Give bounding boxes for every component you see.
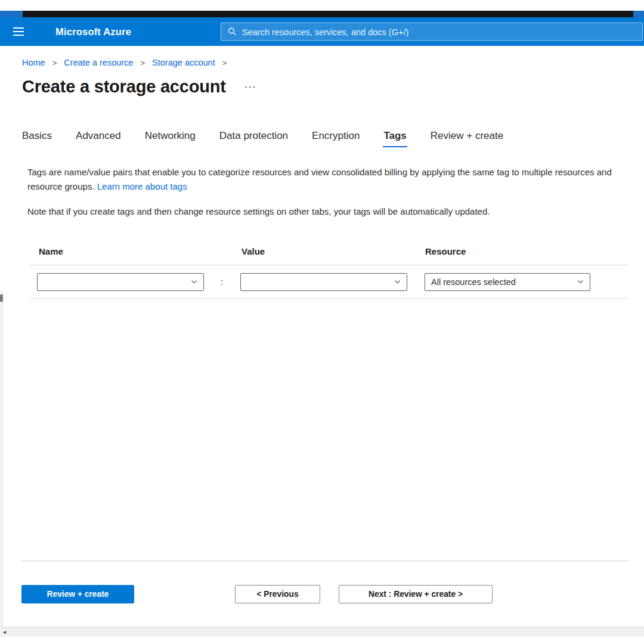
global-search[interactable] bbox=[221, 23, 643, 41]
title-row: Create a storage account ··· bbox=[22, 77, 644, 97]
scroll-left-icon[interactable]: ◄ bbox=[2, 629, 7, 635]
breadcrumb: Home > Create a resource > Storage accou… bbox=[22, 58, 644, 67]
column-name: Name bbox=[39, 246, 242, 256]
chrome-right-accent bbox=[633, 11, 644, 17]
horizontal-scrollbar[interactable]: ◄ bbox=[0, 627, 644, 637]
footer-divider bbox=[21, 561, 629, 561]
tab-advanced[interactable]: Advanced bbox=[76, 130, 121, 147]
chevron-down-icon bbox=[394, 278, 401, 286]
tab-basics[interactable]: Basics bbox=[22, 130, 52, 147]
tag-resource-dropdown[interactable]: All resources selected bbox=[425, 273, 590, 291]
tab-tags[interactable]: Tags bbox=[383, 130, 406, 147]
tab-networking[interactable]: Networking bbox=[145, 130, 196, 147]
tag-row: : All resources selected bbox=[30, 265, 629, 299]
review-create-button[interactable]: Review + create bbox=[21, 585, 134, 603]
left-scrollbar[interactable] bbox=[0, 291, 3, 627]
tags-note: Note that if you create tags and then ch… bbox=[27, 205, 620, 219]
breadcrumb-create-a-resource[interactable]: Create a resource bbox=[64, 58, 133, 67]
previous-button[interactable]: < Previous bbox=[235, 585, 320, 603]
tab-encryption[interactable]: Encryption bbox=[312, 130, 360, 147]
azure-top-bar: Microsoft Azure bbox=[0, 17, 644, 46]
tag-value-dropdown[interactable] bbox=[240, 273, 407, 291]
name-value-separator: : bbox=[217, 277, 227, 287]
breadcrumb-home[interactable]: Home bbox=[22, 58, 45, 67]
tab-bar: Basics Advanced Networking Data protecti… bbox=[22, 130, 644, 147]
tags-table: Name Value Resource : All resources sele… bbox=[30, 246, 629, 299]
chevron-down-icon bbox=[577, 278, 584, 286]
azure-brand[interactable]: Microsoft Azure bbox=[55, 26, 131, 38]
tags-description: Tags are name/value pairs that enable yo… bbox=[27, 165, 620, 194]
breadcrumb-storage-account[interactable]: Storage account bbox=[152, 58, 215, 67]
left-scrollbar-thumb[interactable] bbox=[0, 295, 3, 302]
tag-resource-value: All resources selected bbox=[431, 277, 516, 287]
tab-data-protection[interactable]: Data protection bbox=[219, 130, 288, 147]
chrome-middle bbox=[23, 11, 633, 17]
breadcrumb-separator-icon: > bbox=[222, 58, 227, 67]
search-input[interactable] bbox=[242, 27, 642, 36]
column-resource: Resource bbox=[425, 246, 544, 256]
column-value: Value bbox=[242, 246, 425, 256]
next-button[interactable]: Next : Review + create > bbox=[339, 585, 493, 603]
breadcrumb-separator-icon: > bbox=[140, 58, 145, 67]
breadcrumb-separator-icon: > bbox=[52, 58, 57, 67]
hamburger-menu-icon[interactable] bbox=[13, 25, 24, 38]
tag-name-dropdown[interactable] bbox=[37, 273, 204, 291]
page-title: Create a storage account bbox=[22, 77, 226, 97]
table-header: Name Value Resource bbox=[30, 246, 629, 265]
chrome-left-accent bbox=[0, 11, 23, 17]
chevron-down-icon bbox=[190, 278, 198, 286]
browser-chrome-bar bbox=[0, 11, 644, 17]
tab-review-create[interactable]: Review + create bbox=[431, 130, 503, 147]
overflow-menu-icon[interactable]: ··· bbox=[245, 82, 257, 92]
learn-more-link[interactable]: Learn more about tags bbox=[97, 181, 187, 191]
search-icon bbox=[228, 27, 237, 36]
